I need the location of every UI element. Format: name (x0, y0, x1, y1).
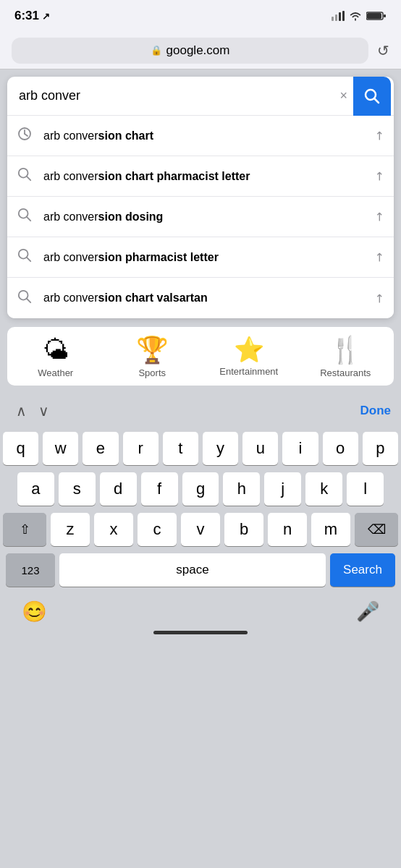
key-o[interactable]: o (323, 432, 358, 465)
suggestion-item[interactable]: arb conversion chart ↗ (7, 116, 394, 156)
key-x[interactable]: x (94, 513, 133, 546)
restaurants-label: Restaurants (320, 367, 371, 378)
key-y[interactable]: y (203, 432, 238, 465)
suggestion-item[interactable]: arb conversion chart pharmacist letter ↗ (7, 156, 394, 197)
search-suggestion-icon (17, 289, 43, 307)
key-w[interactable]: w (43, 432, 78, 465)
key-u[interactable]: u (242, 432, 278, 465)
quick-link-sports[interactable]: 🏆 Sports (123, 337, 181, 378)
backspace-key[interactable]: ⌫ (355, 513, 398, 546)
suggestion-item[interactable]: arb conversion chart valsartan ↗ (7, 278, 394, 318)
search-icon (364, 88, 380, 104)
home-indicator (153, 631, 248, 634)
keyboard-row-3: ⇧ z x c v b n m ⌫ (3, 513, 398, 546)
key-p[interactable]: p (363, 432, 398, 465)
clear-button[interactable]: × (334, 88, 353, 103)
suggestion-item[interactable]: arb conversion pharmacist letter ↗ (7, 237, 394, 278)
nav-up-button[interactable]: ∧ (10, 399, 33, 422)
suggestion-item[interactable]: arb conversion dosing ↗ (7, 197, 394, 237)
key-h[interactable]: h (223, 472, 260, 506)
quick-link-restaurants[interactable]: 🍴 Restaurants (316, 337, 374, 378)
suggestion-text: arb conversion chart (43, 129, 374, 142)
key-c[interactable]: c (138, 513, 177, 546)
status-bar: 6:31 ↗ (0, 0, 401, 32)
search-input-row: × (7, 77, 394, 116)
key-a[interactable]: a (17, 472, 54, 506)
time-display: 6:31 (14, 9, 39, 23)
search-suggestion-icon (17, 167, 43, 185)
suggestion-text: arb conversion dosing (43, 210, 374, 224)
wifi-icon (349, 11, 362, 21)
url-text: google.com (166, 43, 230, 58)
svg-rect-2 (339, 12, 341, 21)
space-key[interactable]: space (59, 553, 326, 587)
svg-rect-1 (335, 14, 337, 21)
keyboard: q w e r t y u i o p a s d f g h j k l ⇧ … (0, 427, 401, 595)
key-i[interactable]: i (282, 432, 318, 465)
key-f[interactable]: f (141, 472, 178, 506)
suggestion-text: arb conversion chart valsartan (43, 292, 374, 305)
key-n[interactable]: n (268, 513, 307, 546)
refresh-icon[interactable]: ↺ (377, 42, 389, 59)
keyboard-row-4: 123 space Search (3, 553, 398, 587)
location-icon: ↗ (42, 11, 50, 22)
key-r[interactable]: r (123, 432, 159, 465)
sports-icon: 🏆 (136, 337, 169, 363)
search-container: × arb conversion chart ↗ arb conv (7, 77, 394, 318)
key-l[interactable]: l (347, 472, 384, 506)
svg-line-17 (27, 258, 30, 261)
keyboard-row-1: q w e r t y u i o p (3, 432, 398, 465)
keyboard-toolbar: ∧ ∨ Done (0, 394, 401, 427)
svg-line-13 (27, 176, 30, 180)
lock-icon: 🔒 (151, 45, 162, 56)
key-s[interactable]: s (59, 472, 96, 506)
suggestion-text: arb conversion pharmacist letter (43, 251, 374, 264)
suggestion-text: arb conversion chart pharmacist letter (43, 170, 374, 183)
svg-line-15 (27, 217, 30, 221)
key-k[interactable]: k (305, 472, 342, 506)
restaurants-icon: 🍴 (329, 337, 362, 363)
svg-line-11 (25, 134, 28, 136)
status-time: 6:31 ↗ (14, 9, 50, 23)
clock-icon (17, 127, 43, 145)
search-input[interactable] (10, 88, 334, 103)
nav-down-button[interactable]: ∨ (33, 399, 55, 422)
shift-key[interactable]: ⇧ (3, 513, 46, 546)
quick-links: 🌤 Weather 🏆 Sports ⭐ Entertainment 🍴 Res… (7, 327, 394, 386)
entertainment-label: Entertainment (219, 366, 278, 377)
mic-icon[interactable]: 🎤 (356, 600, 379, 623)
sports-label: Sports (138, 367, 166, 378)
url-pill[interactable]: 🔒 google.com (12, 38, 368, 64)
search-suggestion-icon (17, 208, 43, 226)
entertainment-icon: ⭐ (234, 337, 264, 362)
key-d[interactable]: d (100, 472, 137, 506)
key-b[interactable]: b (224, 513, 263, 546)
search-key[interactable]: Search (330, 553, 395, 587)
key-g[interactable]: g (182, 472, 219, 506)
key-m[interactable]: m (311, 513, 350, 546)
key-j[interactable]: j (264, 472, 301, 506)
key-q[interactable]: q (3, 432, 38, 465)
keyboard-row-2: a s d f g h j k l (3, 472, 398, 506)
quick-link-weather[interactable]: 🌤 Weather (27, 337, 85, 378)
weather-label: Weather (38, 367, 73, 378)
emoji-icon[interactable]: 😊 (22, 600, 47, 624)
svg-line-19 (27, 298, 30, 302)
address-bar: 🔒 google.com ↺ (0, 32, 401, 69)
done-button[interactable]: Done (360, 404, 392, 418)
weather-icon: 🌤 (43, 337, 69, 363)
signal-icon (332, 11, 345, 21)
status-icons (332, 11, 387, 21)
key-t[interactable]: t (163, 432, 198, 465)
battery-icon (366, 11, 387, 21)
svg-rect-6 (384, 14, 386, 17)
quick-link-entertainment[interactable]: ⭐ Entertainment (220, 337, 278, 378)
svg-rect-5 (367, 13, 381, 19)
svg-line-8 (374, 98, 379, 103)
key-e[interactable]: e (83, 432, 118, 465)
search-button[interactable] (353, 77, 391, 116)
svg-rect-0 (332, 17, 334, 21)
key-z[interactable]: z (51, 513, 90, 546)
key-v[interactable]: v (181, 513, 220, 546)
numbers-key[interactable]: 123 (6, 553, 55, 587)
